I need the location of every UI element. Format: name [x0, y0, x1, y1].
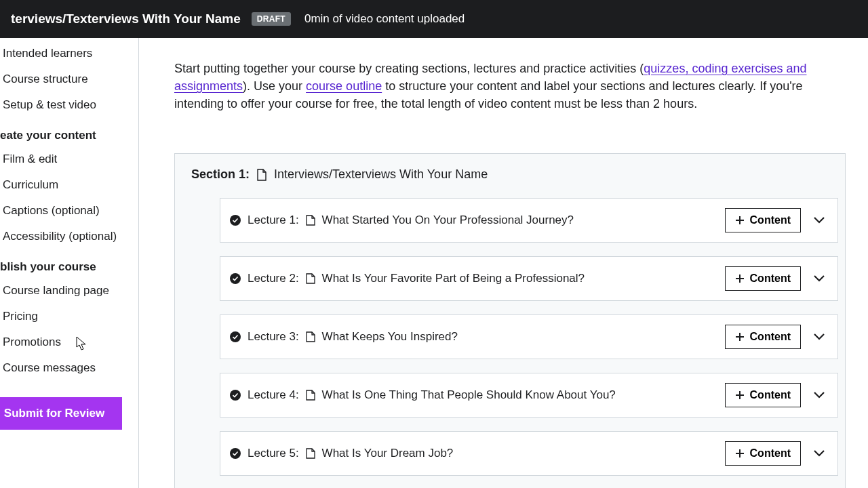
- svg-point-0: [230, 215, 241, 226]
- plus-icon: [735, 216, 745, 225]
- content-button-label: Content: [750, 331, 791, 343]
- sidebar-item-course-structure[interactable]: Course structure: [0, 66, 138, 92]
- section-label: Section 1:: [191, 167, 250, 182]
- document-icon: [306, 390, 315, 401]
- add-content-button[interactable]: Content: [725, 266, 801, 291]
- intro-paragraph: Start putting together your course by cr…: [174, 60, 839, 113]
- document-icon: [256, 169, 267, 181]
- course-title: terviews/Texterviews With Your Name: [11, 12, 241, 26]
- add-content-button[interactable]: Content: [725, 441, 801, 466]
- lecture-title: What Is Your Favorite Part of Being a Pr…: [322, 272, 585, 285]
- sidebar-item-pricing[interactable]: Pricing: [0, 304, 138, 329]
- sidebar-heading-create-content: eate your content: [0, 118, 138, 146]
- lecture-title: What Keeps You Inspired?: [322, 330, 458, 344]
- lecture-row[interactable]: Lecture 3: What Keeps You Inspired? Cont…: [220, 314, 838, 359]
- draft-badge: DRAFT: [252, 12, 291, 26]
- check-circle-icon: [230, 390, 241, 401]
- document-icon: [306, 331, 315, 342]
- sidebar-item-promotions[interactable]: Promotions: [0, 329, 138, 355]
- plus-icon: [735, 449, 745, 458]
- content-button-label: Content: [750, 389, 791, 401]
- lecture-label: Lecture 1:: [248, 214, 299, 227]
- sidebar-item-accessibility[interactable]: Accessibility (optional): [0, 224, 138, 249]
- svg-point-2: [230, 331, 241, 342]
- lecture-row[interactable]: Lecture 2: What Is Your Favorite Part of…: [220, 256, 838, 301]
- main-content: Start putting together your course by cr…: [139, 38, 868, 488]
- check-circle-icon: [230, 215, 241, 226]
- svg-point-3: [230, 390, 241, 401]
- lectures-list: Lecture 1: What Started You On Your Prof…: [175, 198, 845, 488]
- svg-point-4: [230, 448, 241, 459]
- course-outline-link[interactable]: course outline: [306, 79, 382, 93]
- sidebar-heading-publish-course: blish your course: [0, 249, 138, 278]
- check-circle-icon: [230, 273, 241, 284]
- lecture-row[interactable]: Lecture 4: What Is One Thing That People…: [220, 373, 838, 418]
- chevron-down-icon: [813, 333, 825, 341]
- plus-icon: [735, 390, 745, 400]
- top-bar: terviews/Texterviews With Your Name DRAF…: [0, 0, 868, 38]
- intro-text: Start putting together your course by cr…: [174, 62, 644, 75]
- add-content-button[interactable]: Content: [725, 208, 801, 232]
- chevron-down-icon: [813, 449, 825, 458]
- sidebar-item-film-edit[interactable]: Film & edit: [0, 146, 138, 172]
- expand-button[interactable]: [810, 272, 828, 285]
- plus-icon: [735, 332, 745, 342]
- expand-button[interactable]: [810, 388, 828, 402]
- lecture-label: Lecture 3:: [248, 330, 299, 344]
- intro-text: ). Use your: [243, 79, 306, 93]
- add-content-button[interactable]: Content: [725, 383, 801, 407]
- plus-icon: [735, 274, 745, 283]
- content-button-label: Content: [750, 447, 791, 460]
- expand-button[interactable]: [810, 447, 828, 460]
- section-box: Section 1: Interviews/Texterviews With Y…: [174, 153, 846, 488]
- sidebar: Intended learners Course structure Setup…: [0, 38, 139, 488]
- check-circle-icon: [230, 448, 241, 459]
- content-button-label: Content: [750, 272, 791, 285]
- document-icon: [306, 215, 315, 226]
- lecture-label: Lecture 4:: [248, 388, 299, 402]
- sidebar-item-landing-page[interactable]: Course landing page: [0, 278, 138, 304]
- sidebar-item-course-messages[interactable]: Course messages: [0, 355, 138, 381]
- document-icon: [306, 448, 315, 459]
- chevron-down-icon: [813, 216, 825, 224]
- upload-status: 0min of video content uploaded: [304, 12, 465, 26]
- sidebar-item-intended-learners[interactable]: Intended learners: [0, 41, 138, 66]
- document-icon: [306, 273, 315, 284]
- check-circle-icon: [230, 331, 241, 342]
- lecture-title: What Started You On Your Professional Jo…: [322, 214, 574, 227]
- lecture-label: Lecture 5:: [248, 447, 299, 460]
- chevron-down-icon: [813, 274, 825, 283]
- lecture-label: Lecture 2:: [248, 272, 299, 285]
- section-header: Section 1: Interviews/Texterviews With Y…: [175, 154, 845, 198]
- lecture-row[interactable]: Lecture 1: What Started You On Your Prof…: [220, 198, 838, 243]
- sidebar-item-curriculum[interactable]: Curriculum: [0, 172, 138, 198]
- lecture-row[interactable]: Lecture 5: What Is Your Dream Job? Conte…: [220, 431, 838, 476]
- add-content-button[interactable]: Content: [725, 325, 801, 349]
- expand-button[interactable]: [810, 330, 828, 344]
- submit-for-review-button[interactable]: Submit for Review: [0, 397, 122, 430]
- chevron-down-icon: [813, 391, 825, 399]
- content-button-label: Content: [750, 214, 791, 226]
- lecture-title: What Is One Thing That People Should Kno…: [322, 388, 616, 402]
- svg-point-1: [230, 273, 241, 284]
- lecture-title: What Is Your Dream Job?: [322, 447, 454, 460]
- section-title: Interviews/Texterviews With Your Name: [274, 167, 488, 182]
- sidebar-item-captions[interactable]: Captions (optional): [0, 198, 138, 224]
- expand-button[interactable]: [810, 214, 828, 227]
- sidebar-item-setup-test-video[interactable]: Setup & test video: [0, 92, 138, 118]
